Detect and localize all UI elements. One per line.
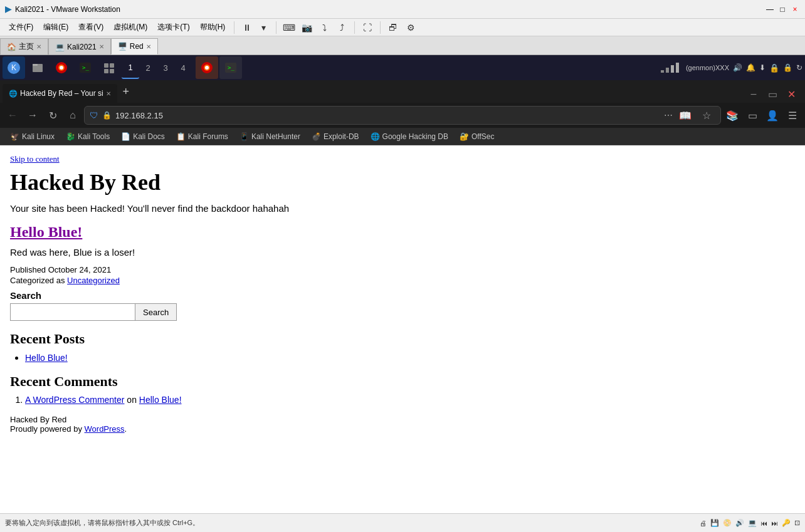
ff-menu-icon[interactable]: ☰ [784, 107, 801, 124]
snap3-icon[interactable]: ⤴ [334, 20, 349, 35]
home-button[interactable]: ⌂ [64, 107, 82, 124]
ff-close-icon[interactable]: ✕ [782, 85, 800, 103]
vmware-statusbar: 要将输入定向到该虚拟机，请将鼠标指针移入其中或按 Ctrl+G。 🖨 💾 📀 🔊… [0, 513, 805, 532]
workspace-2[interactable]: 2 [139, 56, 157, 79]
commenter-link-0[interactable]: A WordPress Commenter [25, 395, 124, 405]
svg-text:>_: >_ [228, 65, 234, 71]
ff-account-icon[interactable]: 👤 [764, 107, 781, 124]
url-text[interactable]: 192.168.2.15 [115, 111, 660, 120]
forward-button[interactable]: → [24, 107, 41, 124]
tab-close-button[interactable]: ✕ [106, 90, 111, 97]
workspace-3[interactable]: 3 [157, 56, 174, 79]
more-apps-icon[interactable] [98, 56, 120, 79]
bookmark-kali-forums[interactable]: 📋 Kali Forums [171, 131, 233, 142]
snap1-icon[interactable]: 📷 [299, 20, 314, 35]
dropdown-icon[interactable]: ▾ [256, 20, 271, 35]
unity-icon[interactable]: 🗗 [386, 20, 401, 35]
svg-point-15 [205, 66, 209, 70]
workspace-1[interactable]: 1 [122, 56, 139, 79]
vm-tab-red[interactable]: 🖥️ Red ✕ [111, 38, 158, 55]
svg-rect-3 [33, 64, 38, 66]
kali-forums-bm-icon: 📋 [176, 132, 186, 141]
files-icon[interactable] [26, 56, 49, 79]
bookmark-kali-nethunter[interactable]: 📱 Kali NetHunter [234, 131, 305, 142]
skip-to-content-link[interactable]: Skip to content [10, 154, 60, 164]
ff-library-icon[interactable]: 📚 [723, 107, 741, 124]
wordpress-link[interactable]: WordPress [85, 424, 125, 434]
menu-file[interactable]: 文件(F) [5, 21, 37, 34]
settings-icon[interactable]: ⚙ [403, 20, 418, 35]
vm-tab-kali2021[interactable]: 💻 Kali2021 ✕ [48, 38, 111, 55]
bookmark-kali-linux[interactable]: 🦅 Kali Linux [5, 131, 60, 142]
firefox-bookmarks-bar: 🦅 Kali Linux 🐉 Kali Tools 📄 Kali Docs 📋 … [0, 128, 805, 145]
kali-docs-bm-icon: 📄 [121, 132, 130, 141]
send-keys-icon[interactable]: ⌨ [281, 20, 297, 35]
footer-text: Hacked By Red Proudly powered by WordPre… [10, 415, 795, 434]
firefox-toolbar: ← → ↻ ⌂ 🛡 🔒 192.168.2.15 ⋯ 📖 ☆ 📚 ▭ 👤 ☰ [0, 103, 805, 128]
terminal-icon[interactable]: >_ [74, 56, 97, 79]
menu-edit[interactable]: 编辑(E) [39, 21, 72, 34]
category-link[interactable]: Uncategorized [67, 276, 120, 285]
menu-tabs[interactable]: 选项卡(T) [154, 21, 193, 34]
vm-tab-home-close[interactable]: ✕ [36, 43, 41, 50]
workspace-4[interactable]: 4 [174, 56, 192, 79]
fullscreen-icon[interactable]: ⛶ [360, 20, 375, 35]
toolbar-separator4 [380, 21, 381, 34]
bookmark-kali-docs[interactable]: 📄 Kali Docs [116, 131, 170, 142]
reader-view-icon[interactable]: 📖 [676, 107, 694, 124]
address-more-icon[interactable]: ⋯ [664, 110, 673, 120]
connection-lock-icon: 🔒 [102, 111, 112, 120]
maximize-button[interactable]: □ [777, 4, 787, 14]
kali-icon[interactable]: K [3, 56, 25, 79]
titlebar-controls[interactable]: — □ × [765, 4, 800, 14]
ff-maximize-icon[interactable]: ▭ [764, 85, 781, 103]
menu-vm[interactable]: 虚拟机(M) [110, 21, 151, 34]
ff-minimize-icon[interactable]: – [745, 85, 762, 103]
search-button[interactable]: Search [135, 303, 177, 321]
comment-post-link-0[interactable]: Hello Blue! [139, 395, 182, 405]
vm-tabs: 🏠 主页 ✕ 💻 Kali2021 ✕ 🖥️ Red ✕ [0, 36, 805, 55]
reload-button[interactable]: ↻ [44, 107, 61, 124]
bookmark-exploit-db[interactable]: 💣 Exploit-DB [307, 131, 364, 142]
download-icon[interactable]: ⬇ [759, 63, 766, 72]
comment-on-text: on [127, 395, 139, 405]
recent-comments-title: Recent Comments [10, 373, 795, 390]
close-button[interactable]: × [790, 4, 800, 14]
refresh-icon[interactable]: ↻ [796, 63, 802, 72]
vm-tab-home[interactable]: 🏠 主页 ✕ [0, 38, 48, 55]
vmware-menubar: 文件(F) 编辑(E) 查看(V) 虚拟机(M) 选项卡(T) 帮助(H) ⏸ … [0, 19, 805, 36]
linux-taskbar: K >_ 1 2 3 4 >_ (genmon)XXX 🔊 🔔 ⬇ [0, 55, 805, 80]
menu-view[interactable]: 查看(V) [75, 21, 107, 34]
back-button[interactable]: ← [4, 107, 21, 124]
browser-icon[interactable] [50, 56, 73, 79]
new-tab-button[interactable]: + [117, 83, 135, 100]
search-input[interactable] [10, 303, 135, 321]
svg-text:K: K [11, 63, 16, 72]
ff-sidebar-icon[interactable]: ▭ [744, 107, 761, 124]
pause-icon[interactable]: ⏸ [239, 20, 255, 35]
notification-icon[interactable]: 🔔 [746, 63, 755, 72]
menu-help[interactable]: 帮助(H) [196, 21, 229, 34]
bookmark-kali-tools[interactable]: 🐉 Kali Tools [61, 131, 115, 142]
bookmark-google-hacking-db[interactable]: 🌐 Google Hacking DB [366, 131, 453, 142]
recent-post-link-0[interactable]: Hello Blue! [25, 353, 68, 363]
bookmark-offsec[interactable]: 🔐 OffSec [455, 131, 499, 142]
google-hacking-db-bm-icon: 🌐 [371, 132, 380, 141]
snap2-icon[interactable]: ⤵ [317, 20, 332, 35]
minimize-button[interactable]: — [765, 4, 775, 14]
taskbar-right: (genmon)XXX 🔊 🔔 ⬇ 🔒 🔒 ↻ [660, 61, 802, 74]
volume-icon[interactable]: 🔊 [733, 63, 742, 72]
page-main-title: Hacked By Red [10, 169, 795, 196]
firefox-tab-active[interactable]: 🌐 Hacked By Red – Your si ✕ [3, 84, 117, 103]
firefox-open-icon[interactable] [196, 56, 218, 79]
svg-rect-21 [676, 63, 679, 73]
vm-tab-red-close[interactable]: ✕ [146, 43, 151, 50]
bookmark-star-icon[interactable]: ☆ [698, 107, 715, 124]
terminal-open-icon[interactable]: >_ [219, 56, 242, 79]
status-icon-1: 🖨 [700, 519, 707, 527]
statusbar-icons: 🖨 💾 📀 🔊 💻 ⏮ ⏭ 🔑 ⊡ [700, 519, 800, 527]
lock-icon[interactable]: 🔒 [783, 63, 792, 72]
post-title-link[interactable]: Hello Blue! [10, 224, 82, 241]
vm-tab-kali2021-close[interactable]: ✕ [99, 43, 104, 50]
address-bar[interactable]: 🛡 🔒 192.168.2.15 ⋯ 📖 ☆ [84, 106, 721, 125]
